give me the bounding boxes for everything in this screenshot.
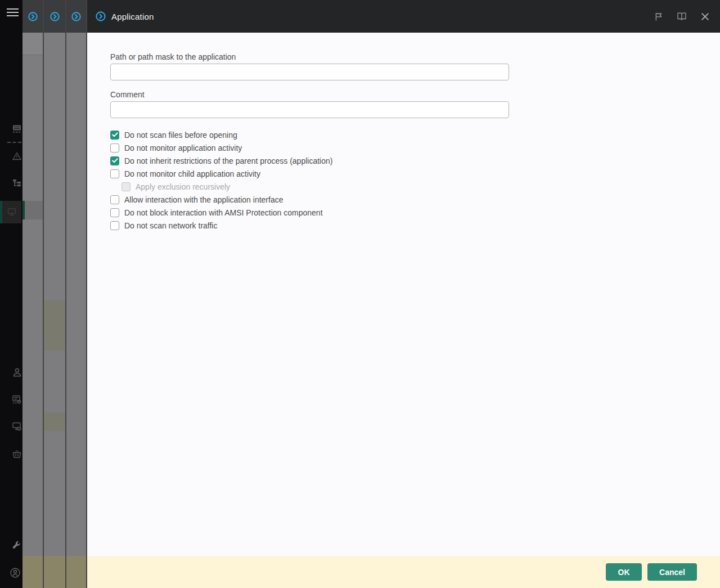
app-window: Application xyxy=(0,0,720,588)
stacked-panel-1 xyxy=(22,0,44,588)
book-icon[interactable] xyxy=(677,11,687,21)
checkbox[interactable] xyxy=(110,156,119,165)
sidebar-item-devices-selected[interactable] xyxy=(0,201,21,223)
checkbox-label: Do not monitor child application activit… xyxy=(124,169,260,178)
checkbox-label: Do not monitor application activity xyxy=(124,143,242,152)
alerts-icon[interactable] xyxy=(12,151,22,161)
checkbox-row: Apply exclusion recursively xyxy=(122,180,720,193)
panel-tab-3[interactable] xyxy=(66,0,86,33)
users-icon[interactable] xyxy=(12,367,22,378)
checkbox-label: Do not block interaction with AMSI Prote… xyxy=(124,208,323,217)
stacked-panel-2 xyxy=(44,0,66,588)
checkbox-row[interactable]: Do not inherit restrictions of the paren… xyxy=(110,154,720,167)
panel-tab-2[interactable] xyxy=(44,0,65,33)
checkbox-row[interactable]: Do not scan network traffic xyxy=(110,219,720,232)
policies-icon[interactable] xyxy=(12,394,22,405)
flag-icon[interactable] xyxy=(654,11,664,21)
checkbox[interactable] xyxy=(110,221,119,230)
checkbox[interactable] xyxy=(110,131,119,140)
sidebar-divider xyxy=(7,142,21,143)
checkbox-row[interactable]: Do not monitor application activity xyxy=(110,141,720,154)
panel-content: Path or path mask to the application Com… xyxy=(87,33,720,556)
monitoring-icon[interactable] xyxy=(12,124,22,134)
checkbox-label: Do not scan files before opening xyxy=(124,131,237,140)
checkbox xyxy=(122,182,130,191)
checkbox[interactable] xyxy=(110,208,119,217)
panel-tab-1[interactable] xyxy=(22,0,43,33)
checkbox-row[interactable]: Do not scan files before opening xyxy=(110,128,720,141)
circle-chevron-icon xyxy=(28,11,38,22)
checkbox-label: Allow interaction with the application i… xyxy=(124,195,284,204)
comment-label: Comment xyxy=(110,90,720,99)
circle-chevron-icon xyxy=(50,11,60,22)
checkbox-label: Do not scan network traffic xyxy=(124,221,217,230)
console-settings-icon[interactable] xyxy=(11,540,21,550)
page-title: Application xyxy=(111,12,154,21)
cancel-button[interactable]: Cancel xyxy=(647,563,697,581)
stacked-panel-3 xyxy=(66,0,87,588)
checkbox-label: Apply exclusion recursively xyxy=(136,182,230,191)
marketplace-icon[interactable] xyxy=(12,449,22,459)
exclusion-options-list: Do not scan files before opening Do not … xyxy=(110,128,720,232)
account-icon[interactable] xyxy=(10,567,21,578)
panel-header: Application xyxy=(87,0,720,33)
comment-input[interactable] xyxy=(110,101,509,118)
hierarchy-icon[interactable] xyxy=(12,178,22,188)
checkbox-row[interactable]: Do not block interaction with AMSI Prote… xyxy=(110,206,720,219)
application-panel: Application xyxy=(87,0,720,588)
main-sidebar xyxy=(0,0,22,588)
circle-chevron-icon xyxy=(71,11,82,22)
menu-icon[interactable] xyxy=(7,8,19,17)
checkmark-icon xyxy=(112,158,118,163)
circle-chevron-icon xyxy=(95,11,106,22)
checkbox-label: Do not inherit restrictions of the paren… xyxy=(124,156,332,165)
close-icon[interactable] xyxy=(700,11,710,21)
path-label: Path or path mask to the application xyxy=(110,52,720,61)
path-input[interactable] xyxy=(110,64,509,80)
ok-button[interactable]: OK xyxy=(606,563,642,581)
panel-footer: OK Cancel xyxy=(87,556,720,588)
checkbox-row[interactable]: Allow interaction with the application i… xyxy=(110,193,720,206)
checkbox-row[interactable]: Do not monitor child application activit… xyxy=(110,167,720,180)
checkbox[interactable] xyxy=(110,143,119,152)
device-settings-icon[interactable] xyxy=(12,421,22,432)
checkbox[interactable] xyxy=(110,195,119,204)
checkbox[interactable] xyxy=(110,169,119,178)
checkmark-icon xyxy=(112,132,118,137)
